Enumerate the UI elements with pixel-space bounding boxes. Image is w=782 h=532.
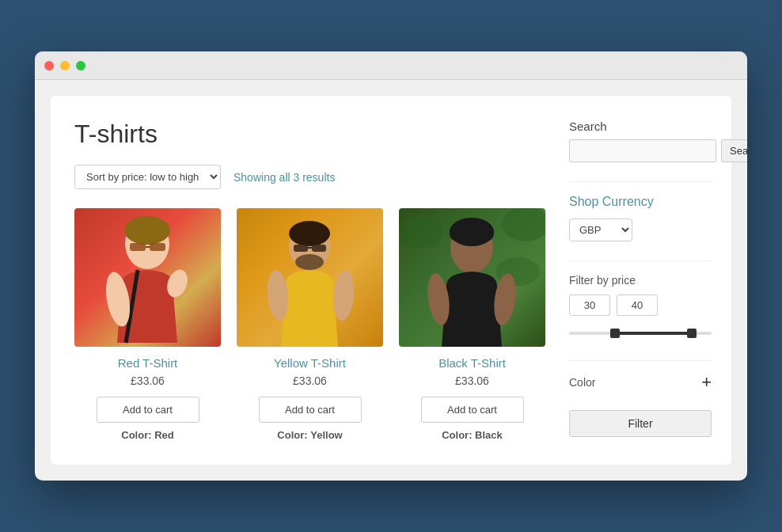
add-to-cart-red[interactable]: Add to cart bbox=[97, 397, 199, 423]
filter-price-title: Filter by price bbox=[569, 274, 712, 287]
color-expand-button[interactable]: + bbox=[701, 374, 712, 391]
product-price-black: £33.06 bbox=[455, 374, 489, 387]
svg-point-2 bbox=[124, 216, 170, 245]
product-name-yellow[interactable]: Yellow T-Shirt bbox=[274, 356, 346, 370]
product-card-red: Red T-Shirt £33.06 Add to cart Color: Re… bbox=[74, 208, 221, 441]
svg-point-13 bbox=[295, 254, 324, 270]
currency-title: Shop Currency bbox=[569, 195, 712, 209]
sort-select[interactable]: Sort by price: low to high Sort by price… bbox=[74, 165, 221, 189]
product-color-black: Color: Black bbox=[442, 429, 503, 441]
page-content: T-shirts Sort by price: low to high Sort… bbox=[51, 96, 731, 465]
add-to-cart-black[interactable]: Add to cart bbox=[421, 397, 524, 423]
price-slider[interactable] bbox=[569, 325, 712, 341]
price-inputs: 30 40 bbox=[569, 294, 712, 316]
product-name-red[interactable]: Red T-Shirt bbox=[118, 356, 178, 370]
close-button[interactable] bbox=[44, 61, 54, 70]
product-color-yellow: Color: Yellow bbox=[277, 429, 342, 441]
svg-rect-15 bbox=[312, 245, 326, 252]
filter-button[interactable]: Filter bbox=[569, 410, 712, 437]
svg-rect-3 bbox=[130, 243, 146, 251]
svg-rect-4 bbox=[150, 243, 165, 251]
main-area: T-shirts Sort by price: low to high Sort… bbox=[74, 120, 545, 441]
divider-3 bbox=[569, 360, 712, 361]
product-image-black bbox=[399, 208, 545, 347]
page-title: T-shirts bbox=[74, 120, 545, 149]
products-grid: Red T-Shirt £33.06 Add to cart Color: Re… bbox=[74, 208, 545, 441]
product-image-yellow bbox=[237, 208, 383, 347]
product-card-yellow: Yellow T-Shirt £33.06 Add to cart Color:… bbox=[237, 208, 383, 441]
search-row: Search bbox=[569, 139, 712, 162]
search-button[interactable]: Search bbox=[721, 139, 747, 162]
results-count: Showing all 3 results bbox=[233, 171, 335, 184]
color-header: Color + bbox=[569, 374, 712, 391]
price-min: 30 bbox=[569, 294, 610, 316]
svg-rect-14 bbox=[294, 245, 308, 252]
titlebar bbox=[35, 51, 747, 80]
divider-1 bbox=[569, 181, 712, 182]
product-image-red bbox=[74, 208, 221, 347]
toolbar: Sort by price: low to high Sort by price… bbox=[74, 165, 545, 189]
maximize-button[interactable] bbox=[76, 61, 85, 70]
minimize-button[interactable] bbox=[60, 61, 70, 70]
product-price-red: £33.06 bbox=[131, 374, 165, 387]
currency-select[interactable]: GBP USD EUR bbox=[569, 218, 632, 241]
svg-point-12 bbox=[289, 221, 330, 246]
add-to-cart-yellow[interactable]: Add to cart bbox=[259, 397, 362, 423]
browser-window: T-shirts Sort by price: low to high Sort… bbox=[35, 51, 747, 481]
currency-section: Shop Currency GBP USD EUR bbox=[569, 195, 712, 241]
slider-fill bbox=[612, 332, 690, 335]
product-color-red: Color: Red bbox=[121, 429, 173, 441]
filter-price-section: Filter by price 30 40 bbox=[569, 274, 712, 341]
divider-2 bbox=[569, 260, 712, 261]
color-section: Color + bbox=[569, 374, 712, 391]
slider-handle-right[interactable] bbox=[687, 329, 697, 338]
product-name-black[interactable]: Black T-Shirt bbox=[438, 356, 506, 370]
search-section: Search Search bbox=[569, 120, 712, 162]
svg-point-20 bbox=[403, 216, 442, 248]
search-label: Search bbox=[569, 120, 712, 133]
sidebar: Search Search Shop Currency GBP USD EUR bbox=[569, 120, 712, 441]
color-title: Color bbox=[569, 376, 595, 389]
product-price-yellow: £33.06 bbox=[293, 374, 327, 387]
search-input[interactable] bbox=[569, 139, 716, 162]
svg-rect-25 bbox=[450, 224, 494, 241]
product-card-black: Black T-Shirt £33.06 Add to cart Color: … bbox=[399, 208, 545, 441]
slider-handle-left[interactable] bbox=[610, 329, 620, 338]
price-max: 40 bbox=[617, 294, 658, 316]
